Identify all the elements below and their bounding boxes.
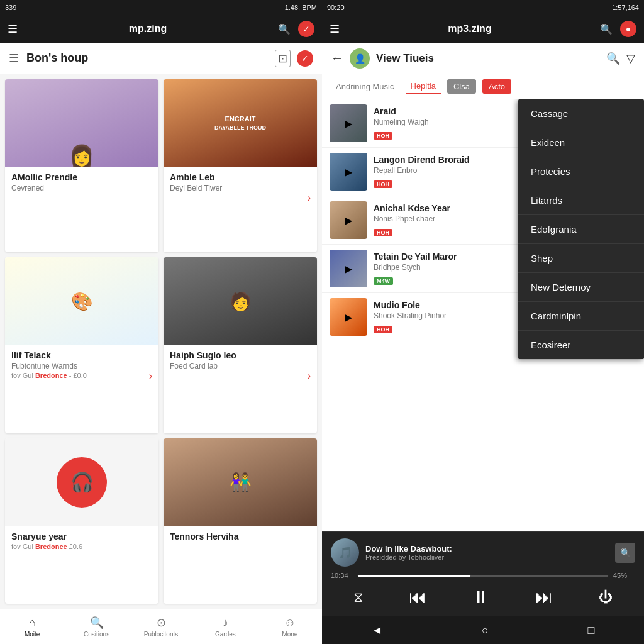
left-app-title: mp.zing bbox=[129, 23, 167, 35]
arrow-icon-4: › bbox=[308, 370, 311, 382]
right-panel: 90:20 1:57,164 ☰ mp3.zing 🔍 ● ← 👤 View T… bbox=[322, 0, 644, 644]
item-subtitle-4: Foed Card lab bbox=[170, 362, 311, 370]
thumb-play-5: ▶ bbox=[345, 311, 352, 323]
item-title-2: Amble Leb bbox=[170, 172, 311, 182]
nav-item-home[interactable]: ⌂ Moite bbox=[0, 609, 64, 644]
tab-hepitia[interactable]: Hepitia bbox=[406, 79, 441, 94]
home-icon: ⌂ bbox=[29, 616, 36, 630]
right-section-title: View Tiueis bbox=[376, 52, 606, 65]
music-badge-1: HOH bbox=[374, 132, 392, 140]
left-status-bar: 339 1.48, BPM bbox=[0, 0, 322, 15]
tab-andrining[interactable]: Andrining Music bbox=[331, 79, 399, 94]
nav-label-gardes: Gardes bbox=[215, 631, 236, 638]
left-check-icon[interactable]: ✓ bbox=[298, 21, 314, 37]
android-home-btn[interactable]: ○ bbox=[482, 624, 489, 637]
right-profile-icon[interactable]: ● bbox=[620, 21, 636, 37]
next-button[interactable]: ⏭ bbox=[535, 587, 553, 608]
nav-label-pub: Publocitonts bbox=[144, 631, 178, 638]
arrow-icon-3: › bbox=[149, 370, 152, 382]
album-art-5: 🎧 bbox=[5, 438, 158, 526]
loop-button[interactable]: ⧖ bbox=[353, 589, 363, 606]
progress-bar[interactable] bbox=[358, 575, 608, 577]
left-scan-icon[interactable]: ⊡ bbox=[275, 50, 291, 67]
progress-end: 45% bbox=[613, 572, 635, 579]
android-menu-btn[interactable]: □ bbox=[587, 624, 594, 637]
nav-item-mone[interactable]: ☺ Mone bbox=[258, 609, 322, 644]
tab-clsa[interactable]: Clsa bbox=[447, 79, 476, 94]
nav-item-gardes[interactable]: ♪ Gardes bbox=[193, 609, 257, 644]
player-top: 🎵 Dow in like Daswbout: Presidded by Tob… bbox=[331, 538, 635, 567]
left-top-nav: ☰ mp.zing 🔍 ✓ bbox=[0, 15, 322, 43]
dropdown-item-ecosireer[interactable]: Ecosireer bbox=[518, 331, 644, 359]
left-status-left: 339 bbox=[5, 4, 16, 11]
left-nav-icons: 🔍 ✓ bbox=[278, 21, 314, 37]
nav-item-cositions[interactable]: 🔍 Cositions bbox=[64, 609, 128, 644]
music-badge-2: HOH bbox=[374, 180, 392, 188]
album-art-1: 👩 bbox=[5, 79, 158, 167]
left-menu-icon[interactable]: ☰ bbox=[8, 22, 18, 36]
dropdown-item-exideen[interactable]: Exideen bbox=[518, 128, 644, 157]
price-tag-3: fov Gul Bredonce - £0.0 bbox=[11, 372, 152, 379]
nav-item-pub[interactable]: ⊙ Publocitonts bbox=[129, 609, 193, 644]
android-back-btn[interactable]: ◄ bbox=[372, 624, 383, 637]
left-panel: 339 1.48, BPM ☰ mp.zing 🔍 ✓ ☰ Bon's houp… bbox=[0, 0, 322, 644]
nav-label-home: Moite bbox=[25, 631, 40, 638]
tab-acto[interactable]: Acto bbox=[482, 79, 511, 94]
list-item[interactable]: ENCRAITDAYABLLE TROUD Amble Leb Deyl Bel… bbox=[164, 79, 317, 252]
right-nav-icons: 🔍 ● bbox=[600, 21, 636, 37]
thumb-play-1: ▶ bbox=[345, 118, 352, 130]
album-art-6: 👫 bbox=[164, 438, 317, 526]
play-pause-button[interactable]: ⏸ bbox=[472, 587, 489, 608]
right-top-nav: ☰ mp3.zing 🔍 ● bbox=[322, 15, 644, 43]
pub-icon: ⊙ bbox=[157, 616, 166, 630]
album-art-4: 🧑 bbox=[164, 257, 317, 345]
left-section-check-icon[interactable]: ✓ bbox=[297, 50, 313, 67]
nav-label-mone: Mone bbox=[282, 631, 297, 638]
music-badge-5: HOH bbox=[374, 326, 392, 333]
list-item[interactable]: 👫 Tennors Herviha bbox=[164, 438, 317, 604]
music-list: ▶ Araid Numeling Waigh HOH ▶ Langon Dire… bbox=[322, 99, 644, 531]
dropdown-item-new-deternoy[interactable]: New Deternoy bbox=[518, 273, 644, 302]
item-info-3: llif Telack Fubtontune Warnds › fov Gul … bbox=[5, 345, 158, 384]
dropdown-item-shep[interactable]: Shep bbox=[518, 244, 644, 273]
right-search-icon[interactable]: 🔍 bbox=[600, 23, 613, 35]
list-item[interactable]: 🎧 Snaryue year fov Gul Bredonce £0.6 bbox=[5, 438, 158, 604]
progress-fill bbox=[358, 575, 470, 577]
left-section-menu-icon[interactable]: ☰ bbox=[9, 52, 19, 65]
dropdown-item-edofgrania[interactable]: Edofgrania bbox=[518, 215, 644, 244]
music-thumb-1: ▶ bbox=[330, 104, 367, 142]
album-art-2: ENCRAITDAYABLLE TROUD bbox=[164, 79, 317, 167]
music-badge-4: M4W bbox=[374, 277, 393, 285]
item-title-1: AMollic Prendle bbox=[11, 172, 152, 182]
filter-icon[interactable]: ▽ bbox=[626, 52, 635, 65]
left-section-header: ☰ Bon's houp ⊡ ✓ bbox=[0, 43, 322, 74]
player-action-btn[interactable]: 🔍 bbox=[615, 543, 635, 563]
dropdown-item-protecies[interactable]: Protecies bbox=[518, 157, 644, 186]
thumb-play-4: ▶ bbox=[345, 263, 352, 275]
dropdown-item-litarrds[interactable]: Litarrds bbox=[518, 186, 644, 215]
left-status-right: 1.48, BPM bbox=[285, 4, 317, 11]
right-menu-icon[interactable]: ☰ bbox=[330, 22, 340, 36]
arrow-icon-2: › bbox=[308, 192, 311, 204]
back-button[interactable]: ← bbox=[331, 51, 343, 65]
dropdown-item-cassage[interactable]: Cassage bbox=[518, 99, 644, 128]
right-section-header: ← 👤 View Tiueis 🔍 ▽ bbox=[322, 43, 644, 74]
prev-button[interactable]: ⏮ bbox=[409, 587, 426, 608]
left-search-icon[interactable]: 🔍 bbox=[278, 23, 291, 35]
list-item[interactable]: 👩 AMollic Prendle Cevrened bbox=[5, 79, 158, 252]
left-bottom-nav: ⌂ Moite 🔍 Cositions ⊙ Publocitonts ♪ Gar… bbox=[0, 609, 322, 644]
item-info-5: Snaryue year fov Gul Bredonce £0.6 bbox=[5, 526, 158, 555]
power-button[interactable]: ⏻ bbox=[599, 589, 613, 606]
list-item[interactable]: 🧑 Haiph Suglo leo Foed Card lab › bbox=[164, 257, 317, 433]
right-app-title: mp3.zing bbox=[448, 23, 491, 35]
item-subtitle-2: Deyl Beld Tiwer bbox=[170, 184, 311, 192]
list-item[interactable]: 🎨 llif Telack Fubtontune Warnds › fov Gu… bbox=[5, 257, 158, 433]
music-thumb-3: ▶ bbox=[330, 201, 367, 239]
right-search-icon2[interactable]: 🔍 bbox=[606, 52, 620, 65]
dropdown-item-cardminlpin[interactable]: Cardminlpin bbox=[518, 302, 644, 331]
album-art-3: 🎨 bbox=[5, 257, 158, 345]
left-section-title: Bon's houp bbox=[26, 52, 275, 65]
right-status-bar: 90:20 1:57,164 bbox=[322, 0, 644, 15]
left-section-icons: ⊡ ✓ bbox=[275, 50, 313, 67]
player-controls: ⧖ ⏮ ⏸ ⏭ ⏻ bbox=[331, 584, 635, 610]
